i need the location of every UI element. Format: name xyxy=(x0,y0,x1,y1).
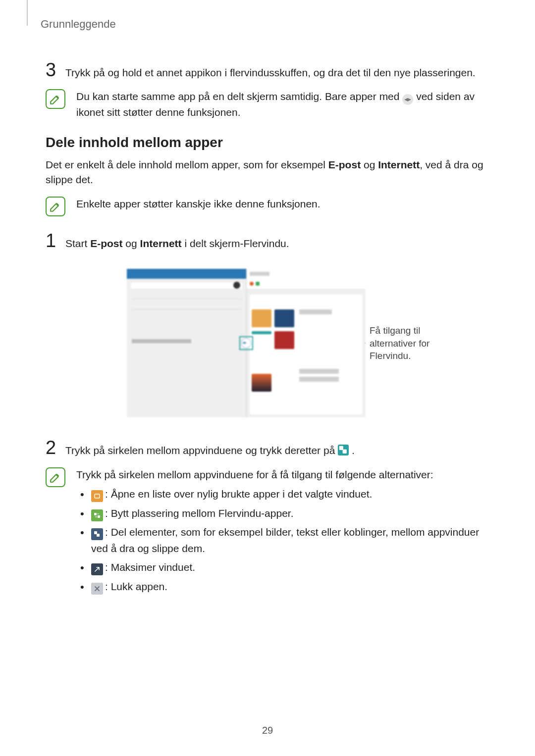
intro-bold-internett: Internett xyxy=(378,159,420,170)
drag-share-icon xyxy=(91,528,103,540)
intro-and: og xyxy=(361,159,378,170)
note-text-part1: Du kan starte samme app på en delt skjer… xyxy=(76,91,402,102)
intro-part1: Det er enkelt å dele innhold mellom appe… xyxy=(46,159,328,170)
intro-bold-epost: E-post xyxy=(328,159,361,170)
swap-windows-icon xyxy=(91,509,103,521)
option-maximize: : Maksimer vinduet. xyxy=(78,559,489,576)
option-text: : Lukk appen. xyxy=(105,581,167,592)
step-3: 3 Trykk på og hold et annet appikon i fl… xyxy=(46,60,489,80)
option-drag-share: : Del elementer, som for eksempel bilder… xyxy=(78,524,489,556)
svg-rect-3 xyxy=(94,513,97,515)
chapter-title: Grunnleggende xyxy=(41,18,489,31)
step-text: Trykk på og hold et annet appikon i fler… xyxy=(65,65,476,80)
note-unsupported: Enkelte apper støtter kanskje ikke denne… xyxy=(46,197,489,216)
drag-share-icon xyxy=(338,445,349,455)
recent-apps-icon xyxy=(91,490,103,502)
note-icon xyxy=(46,467,65,487)
figure: Få tilgang til alternativer for Flervind… xyxy=(46,269,489,417)
option-text: : Bytt plassering mellom Flervindu-apper… xyxy=(105,507,294,519)
step1-bold-internett: Internett xyxy=(140,238,182,249)
option-swap: : Bytt plassering mellom Flervindu-apper… xyxy=(78,505,489,522)
maximize-icon xyxy=(91,563,103,575)
note-options: Trykk på sirkelen mellom appvinduene for… xyxy=(46,467,489,598)
pencil-note-icon xyxy=(49,200,62,213)
step-text: Start E-post og Internett i delt skjerm-… xyxy=(65,236,289,251)
note-body: Trykk på sirkelen mellom appvinduene for… xyxy=(76,467,489,598)
multiwindow-support-icon: ◂▸ xyxy=(402,94,413,105)
note-body: Enkelte apper støtter kanskje ikke denne… xyxy=(76,197,489,211)
step1-pre: Start xyxy=(65,238,90,249)
pencil-note-icon xyxy=(49,471,62,484)
svg-rect-4 xyxy=(98,515,100,518)
step-number: 2 xyxy=(46,438,56,457)
step-text: Trykk på sirkelen mellom appvinduene og … xyxy=(65,443,355,458)
note-icon xyxy=(46,89,65,109)
note-lead: Trykk på sirkelen mellom appvinduene for… xyxy=(76,467,489,482)
step-number: 3 xyxy=(46,60,56,79)
svg-rect-1 xyxy=(343,450,347,454)
note-icon xyxy=(46,197,65,216)
step-2: 2 Trykk på sirkelen mellom appvinduene o… xyxy=(46,438,489,458)
header-rule xyxy=(27,0,28,26)
options-list: : Åpne en liste over nylig brukte apper … xyxy=(76,486,489,595)
step-number: 1 xyxy=(46,231,56,250)
svg-rect-6 xyxy=(97,534,100,537)
option-text: : Åpne en liste over nylig brukte apper … xyxy=(105,488,372,500)
svg-rect-5 xyxy=(94,531,97,534)
figure-caption: Få tilgang til alternativer for Flervind… xyxy=(370,324,464,362)
step-1: 1 Start E-post og Internett i delt skjer… xyxy=(46,231,489,251)
close-icon xyxy=(91,583,103,595)
step1-bold-epost: E-post xyxy=(90,238,122,249)
step1-and: og xyxy=(123,238,140,249)
option-recent-apps: : Åpne en liste over nylig brukte apper … xyxy=(78,486,489,503)
step2-post: . xyxy=(352,445,355,456)
section-heading: Dele innhold mellom apper xyxy=(46,135,489,151)
step1-post: i delt skjerm-Flervindu. xyxy=(182,238,289,249)
svg-rect-2 xyxy=(95,494,100,498)
figure-tablet-screenshot xyxy=(127,269,366,417)
pencil-note-icon xyxy=(49,93,62,105)
step2-pre: Trykk på sirkelen mellom appvinduene og … xyxy=(65,445,338,456)
note-body: Du kan starte samme app på en delt skjer… xyxy=(76,89,489,120)
note-multiwindow-support: Du kan starte samme app på en delt skjer… xyxy=(46,89,489,120)
page-content: Grunnleggende 3 Trykk på og hold et anne… xyxy=(0,0,535,598)
svg-rect-0 xyxy=(339,446,343,450)
option-close: : Lukk appen. xyxy=(78,579,489,595)
page-number: 29 xyxy=(0,725,535,736)
section-intro: Det er enkelt å dele innhold mellom appe… xyxy=(46,157,489,188)
option-text: : Del elementer, som for eksempel bilder… xyxy=(91,526,479,554)
option-text: : Maksimer vinduet. xyxy=(105,561,195,573)
